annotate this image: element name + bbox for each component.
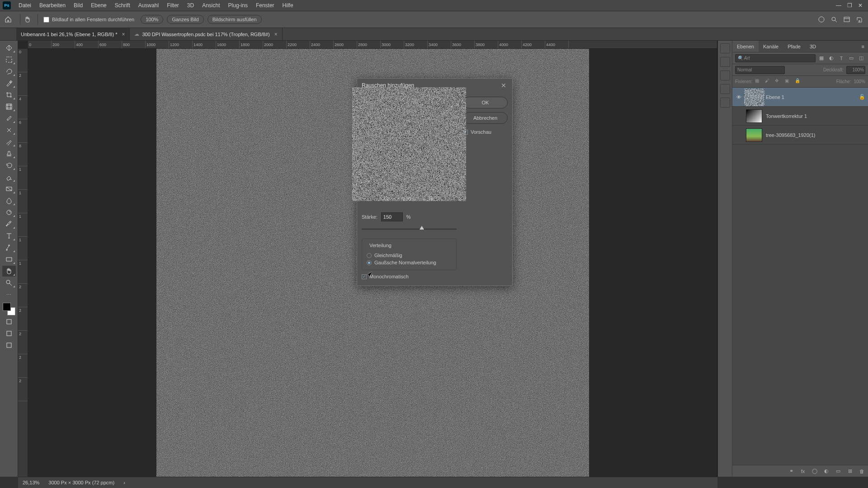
zoom-out-icon[interactable] [383,195,390,202]
visibility-icon[interactable] [735,131,742,139]
filter-pixel-icon[interactable]: ▦ [817,54,826,62]
collapsed-panel-icon[interactable] [720,98,730,108]
blend-mode-select[interactable]: Normal [735,66,785,74]
quick-mask[interactable] [2,316,16,327]
zoom-tool[interactable] [2,277,16,288]
radio-gaussian[interactable]: Gaußsche Normalverteilung [367,260,452,265]
menu-3d[interactable]: 3D [183,2,198,9]
layer-thumbnail[interactable] [746,90,762,104]
zoom-in-icon[interactable] [428,195,435,202]
history-tool[interactable] [2,160,16,171]
status-info[interactable]: 3000 Px × 3000 Px (72 ppcm) [48,480,114,485]
fx-icon[interactable]: fx [799,468,807,475]
visibility-icon[interactable] [735,113,742,120]
document-tab[interactable]: ☁300 DPI Wassertropfen.psdc bei 117% (Tr… [130,28,282,40]
layer-thumbnail[interactable] [746,109,762,123]
type-tool[interactable] [2,230,16,241]
menu-filter[interactable]: Filter [163,2,183,9]
layer-search-input[interactable]: 🔍 Art [735,54,816,62]
layer-name[interactable]: Tonwertkorrektur 1 [766,113,807,119]
marquee-tool[interactable] [2,54,16,65]
lock-transparent-icon[interactable]: ▦ [755,78,762,85]
amount-slider[interactable] [362,227,457,231]
stamp-tool[interactable] [2,148,16,159]
eyedrop-tool[interactable] [2,113,16,124]
menu-plug-ins[interactable]: Plug-ins [224,2,252,9]
menu-ansicht[interactable]: Ansicht [198,2,224,9]
layer-row[interactable]: 👁Ebene 1🔓 [732,88,868,107]
move-tool[interactable] [2,42,16,53]
color-swatches[interactable] [3,303,15,315]
fill-input[interactable]: 100% [854,79,865,84]
fill-screen-button[interactable]: Bildschirm ausfüllen [208,15,262,24]
menu-auswahl[interactable]: Auswahl [134,2,163,9]
home-icon[interactable] [4,15,13,24]
menu-hilfe[interactable]: Hilfe [278,2,297,9]
panel-tab-3d[interactable]: 3D [805,41,821,52]
layer-name[interactable]: Ebene 1 [766,94,784,100]
heal-tool[interactable] [2,125,16,136]
layer-row[interactable]: tree-3095683_1920(1) [732,126,868,145]
share-icon[interactable] [854,14,864,24]
new-layer-icon[interactable]: ⊞ [846,468,854,475]
blur-tool[interactable] [2,195,16,206]
pen-tool[interactable] [2,219,16,230]
filter-shape-icon[interactable]: ▭ [847,54,855,62]
menu-datei[interactable]: Datei [14,2,35,9]
crop-tool[interactable] [2,89,16,100]
checkbox-preview[interactable]: ✓Vorschau [463,129,508,135]
panel-menu-icon[interactable]: ≡ [858,44,868,49]
hand-tool[interactable] [2,266,16,277]
checkbox-monochromatic[interactable]: ✓Monochromatisch [362,274,457,279]
screen-mode-std[interactable] [2,328,16,339]
lasso-tool[interactable] [2,66,16,77]
shape-tool[interactable] [2,254,16,265]
visibility-icon[interactable]: 👁 [735,94,742,101]
scroll-all-checkbox[interactable]: Bildlauf in allen Fenstern durchführen [41,17,137,23]
lock-pixels-icon[interactable]: 🖌 [765,78,772,85]
layer-row[interactable]: Tonwertkorrektur 1 [732,107,868,126]
path-tool[interactable] [2,242,16,253]
dodge-tool[interactable] [2,207,16,218]
mask-icon[interactable]: ◯ [811,468,818,475]
menu-ebene[interactable]: Ebene [87,2,111,9]
panel-tab-pfade[interactable]: Pfade [783,41,805,52]
edit-toolbar[interactable]: ⋯ [2,289,16,300]
radio-uniform[interactable]: Gleichmäßig [367,253,452,258]
close-tab-icon[interactable]: × [122,31,125,38]
dialog-titlebar[interactable]: Rauschen hinzufügen ✕ [357,79,512,92]
collapsed-panel-icon[interactable] [720,57,730,67]
amount-input[interactable] [381,212,403,221]
ok-button[interactable]: OK [463,97,508,108]
delete-layer-icon[interactable]: 🗑 [858,468,865,475]
close-icon[interactable]: ✕ [500,81,508,89]
collapsed-panel-icon[interactable] [720,70,730,80]
window-restore[interactable]: ❐ [844,1,854,9]
lock-position-icon[interactable]: ✥ [775,78,782,85]
document-tab[interactable]: Unbenannt-1 bei 26,1% (Ebene 1, RGB/8) *… [16,28,130,40]
layer-name[interactable]: tree-3095683_1920(1) [766,132,815,138]
layer-thumbnail[interactable] [746,128,762,142]
status-chevron-icon[interactable]: › [123,480,125,485]
fit-screen-button[interactable]: Ganzes Bild [167,15,203,24]
filter-type-icon[interactable]: T [837,54,845,62]
zoom-100-button[interactable]: 100% [141,15,163,24]
lock-all-icon[interactable]: 🔒 [795,78,802,85]
slider-thumb[interactable] [420,226,424,230]
eraser-tool[interactable] [2,172,16,183]
window-minimize[interactable]: — [834,1,844,9]
search-icon[interactable] [829,14,839,24]
opacity-input[interactable]: 100% [846,66,865,74]
cloud-docs-icon[interactable] [816,14,826,24]
brush-tool[interactable] [2,136,16,147]
wand-tool[interactable] [2,78,16,89]
link-layers-icon[interactable]: ⚭ [788,468,795,475]
panel-tab-kanäle[interactable]: Kanäle [759,41,783,52]
adjustment-icon[interactable]: ◐ [823,468,830,475]
menu-fenster[interactable]: Fenster [252,2,278,9]
close-tab-icon[interactable]: × [274,31,278,38]
workspace-icon[interactable] [842,14,852,24]
layer-lock-icon[interactable]: 🔓 [859,94,865,100]
panel-tab-ebenen[interactable]: Ebenen [732,41,759,52]
collapsed-panel-icon[interactable] [720,84,730,94]
